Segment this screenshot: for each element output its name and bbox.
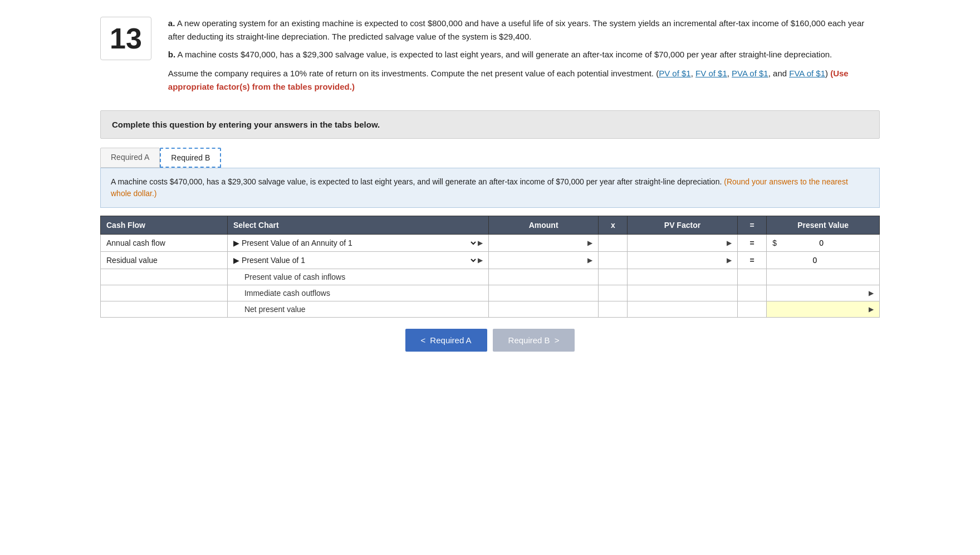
- arrow-right-icon: ▶: [233, 256, 239, 265]
- pv-outflows-input[interactable]: [772, 289, 817, 298]
- select-chart-annual-dropdown[interactable]: Present Value of an Annuity of 1: [239, 238, 478, 248]
- pv-factor-arrow-icon: ▶: [727, 239, 732, 247]
- amount-residual: ▶: [488, 252, 599, 269]
- arrow-right-icon: ▶: [233, 238, 239, 247]
- pva1-link[interactable]: PVA of $1: [732, 69, 768, 78]
- x-annual: [599, 235, 628, 252]
- summary-amount-npv: [488, 301, 599, 318]
- summary-x-outflows: [599, 285, 628, 301]
- dropdown-arrow-icon: ▶: [478, 256, 483, 264]
- next-button[interactable]: Required B >: [493, 329, 575, 352]
- pv-factor-residual-wrapper: ▶: [633, 256, 732, 265]
- question-text: a. A new operating system for an existin…: [168, 17, 880, 61]
- summary-label-npv-1: [101, 301, 228, 318]
- table-row: Present value of cash inflows: [101, 269, 880, 285]
- amount-residual-wrapper: ▶: [494, 256, 593, 265]
- pv-factor-residual-arrow-icon: ▶: [727, 256, 732, 264]
- part-b-text: b. A machine costs $470,000, has a $29,3…: [168, 48, 880, 61]
- npv-value-wrapper: ▶: [772, 305, 874, 314]
- assumption-text: Assume the company requires a 10% rate o…: [168, 67, 880, 94]
- pv-residual-input[interactable]: [772, 256, 817, 265]
- summary-label-outflows-1: [101, 285, 228, 301]
- select-chart-annual-wrapper: ▶ Present Value of an Annuity of 1 ▶: [233, 238, 483, 248]
- next-label: Required B: [508, 335, 550, 345]
- select-chart-annual: ▶ Present Value of an Annuity of 1 ▶: [227, 235, 488, 252]
- tabs-container: Required A Required B: [100, 148, 880, 168]
- col-eq: =: [737, 216, 766, 235]
- col-amount: Amount: [488, 216, 599, 235]
- dropdown-arrow-icon: ▶: [478, 239, 483, 247]
- tab-required-a[interactable]: Required A: [100, 148, 160, 168]
- summary-pv-inflows: [628, 269, 738, 285]
- summary-pv-npv: [628, 301, 738, 318]
- data-table: Cash Flow Select Chart Amount x PV Facto…: [100, 216, 880, 318]
- pv-npv-input[interactable]: [772, 305, 817, 314]
- table-row: Residual value ▶ Present Value of 1 ▶: [101, 252, 880, 269]
- summary-pv-value-inflows: [767, 269, 880, 285]
- select-chart-residual-dropdown[interactable]: Present Value of 1: [239, 255, 478, 265]
- summary-pv-value-outflows: ▶: [767, 285, 880, 301]
- amount-annual-input[interactable]: [494, 238, 539, 247]
- tab-content-area: A machine costs $470,000, has a $29,300 …: [100, 168, 880, 208]
- amount-residual-arrow-icon: ▶: [587, 256, 592, 264]
- question-number: 13: [100, 17, 151, 60]
- summary-pv-value-npv: ▶: [767, 301, 880, 318]
- table-wrapper: Cash Flow Select Chart Amount x PV Facto…: [100, 216, 880, 318]
- prev-button[interactable]: < Required A: [405, 329, 487, 352]
- pv-annual-input[interactable]: [779, 238, 824, 247]
- pv1-link[interactable]: PV of $1: [659, 69, 691, 78]
- pv-factor-residual: ▶: [628, 252, 738, 269]
- dollar-sign: $: [772, 238, 777, 247]
- amount-annual: ▶: [488, 235, 599, 252]
- pv-factor-annual-input[interactable]: [633, 238, 678, 247]
- select-chart-residual: ▶ Present Value of 1 ▶: [227, 252, 488, 269]
- pv-factor-annual: ▶: [628, 235, 738, 252]
- nav-buttons: < Required A Required B >: [100, 329, 880, 352]
- col-x: x: [599, 216, 628, 235]
- col-present-value: Present Value: [767, 216, 880, 235]
- present-value-annual: $: [767, 235, 880, 252]
- part-a-text: a. A new operating system for an existin…: [168, 17, 880, 43]
- col-select-chart: Select Chart: [227, 216, 488, 235]
- summary-x-inflows: [599, 269, 628, 285]
- summary-pv-outflows: [628, 285, 738, 301]
- amount-arrow-icon: ▶: [587, 239, 592, 247]
- amount-residual-input[interactable]: [494, 256, 539, 265]
- table-row: Annual cash flow ▶ Present Value of an A…: [101, 235, 880, 252]
- npv-arrow-icon: ▶: [869, 305, 874, 313]
- next-icon: >: [555, 335, 560, 345]
- summary-amount-outflows: [488, 285, 599, 301]
- amount-annual-wrapper: ▶: [494, 238, 593, 247]
- summary-amount-inflows: [488, 269, 599, 285]
- fv1-link[interactable]: FV of $1: [695, 69, 727, 78]
- prev-label: Required A: [430, 335, 471, 345]
- summary-eq-inflows: [737, 269, 766, 285]
- question-header: 13 a. A new operating system for an exis…: [100, 17, 880, 99]
- table-row: Net present value ▶: [101, 301, 880, 318]
- table-header-row: Cash Flow Select Chart Amount x PV Facto…: [101, 216, 880, 235]
- table-row: Immediate cash outflows ▶: [101, 285, 880, 301]
- summary-label-npv: Net present value: [227, 301, 488, 318]
- page-container: 13 a. A new operating system for an exis…: [100, 17, 880, 352]
- x-residual: [599, 252, 628, 269]
- tab-required-b[interactable]: Required B: [160, 148, 221, 168]
- cash-flow-annual: Annual cash flow: [101, 235, 228, 252]
- present-value-residual: [767, 252, 880, 269]
- pv-factor-annual-wrapper: ▶: [633, 238, 732, 247]
- instruction-box: Complete this question by entering your …: [100, 110, 880, 139]
- summary-label-inflows-1: [101, 269, 228, 285]
- summary-label-inflows: Present value of cash inflows: [227, 269, 488, 285]
- outflows-arrow-icon: ▶: [869, 289, 874, 297]
- eq-annual: =: [737, 235, 766, 252]
- question-body: a. A new operating system for an existin…: [168, 17, 880, 99]
- select-chart-residual-wrapper: ▶ Present Value of 1 ▶: [233, 255, 483, 265]
- eq-residual: =: [737, 252, 766, 269]
- prev-icon: <: [421, 335, 426, 345]
- summary-label-outflows: Immediate cash outflows: [227, 285, 488, 301]
- summary-eq-npv: [737, 301, 766, 318]
- fva1-link[interactable]: FVA of $1: [789, 69, 825, 78]
- col-cash-flow: Cash Flow: [101, 216, 228, 235]
- pv-inflows-input[interactable]: [772, 272, 817, 281]
- col-pv-factor: PV Factor: [628, 216, 738, 235]
- pv-factor-residual-input[interactable]: [633, 256, 678, 265]
